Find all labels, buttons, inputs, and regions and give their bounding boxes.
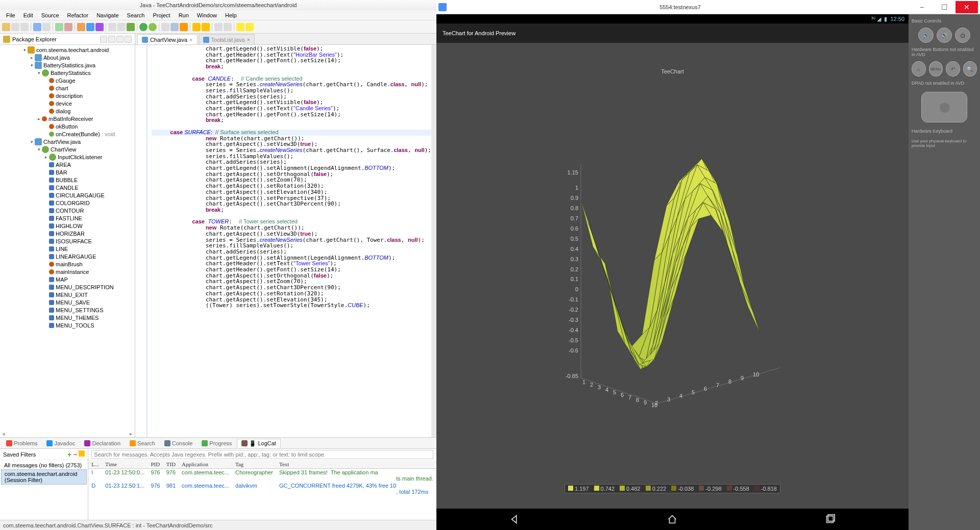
run-icon[interactable]: [139, 23, 148, 31]
vol-up-button[interactable]: 🔊: [937, 28, 952, 43]
tree-item[interactable]: mainBrush: [0, 260, 135, 268]
menu-edit[interactable]: Edit: [19, 11, 37, 19]
menu-help[interactable]: Help: [221, 11, 241, 19]
tool-icon[interactable]: [214, 23, 223, 31]
saveall-icon[interactable]: [20, 23, 29, 31]
tree-item[interactable]: HORIZBAR: [0, 230, 135, 237]
tree-item[interactable]: LINE: [0, 245, 135, 253]
tree-item[interactable]: onCreate(Bundle) : void: [0, 130, 135, 138]
tool-icon[interactable]: [77, 23, 85, 31]
tool-icon[interactable]: [117, 23, 126, 31]
tool-icon[interactable]: [161, 23, 169, 31]
tree-item[interactable]: MENU_DESCRIPTION: [0, 283, 135, 291]
tree-item[interactable]: ▾ChartView: [0, 145, 135, 153]
tree-item[interactable]: COLORGRID: [0, 199, 135, 207]
tree-item[interactable]: MENU_SAVE: [0, 298, 135, 306]
tool-icon[interactable]: [95, 23, 104, 31]
menu-navigate[interactable]: Navigate: [92, 11, 122, 19]
tool-icon[interactable]: [224, 23, 232, 31]
tool-icon[interactable]: [192, 23, 201, 31]
minimize-button[interactable]: −: [911, 1, 933, 13]
code-editor[interactable]: chart.getLegend().setVisible(false); cha…: [148, 45, 431, 437]
power-button[interactable]: ⏻: [955, 28, 970, 43]
tool-icon[interactable]: [202, 23, 210, 31]
back-icon[interactable]: [236, 23, 244, 31]
editor-tab[interactable]: ToolsList.java×: [199, 34, 255, 44]
package-explorer-tab[interactable]: Package Explorer: [0, 34, 135, 45]
link-icon[interactable]: [108, 36, 115, 43]
menu-refactor[interactable]: Refactor: [63, 11, 93, 19]
remove-filter-icon[interactable]: −: [73, 450, 77, 459]
tool-icon[interactable]: [127, 23, 135, 31]
tree-item[interactable]: ▸InputClickListener: [0, 153, 135, 161]
tree-item[interactable]: ▸About.java: [0, 54, 135, 61]
view-tab-console[interactable]: Console: [160, 439, 197, 447]
view-tab-logcat[interactable]: 📱 LogCat: [237, 439, 281, 448]
view-tab-declaration[interactable]: Declaration: [80, 439, 125, 447]
tree-item[interactable]: FASTLINE: [0, 214, 135, 222]
menu-icon[interactable]: [116, 36, 124, 43]
view-tab-progress[interactable]: Progress: [198, 439, 236, 447]
tree-item[interactable]: ISOSURFACE: [0, 237, 135, 245]
back-button[interactable]: [505, 512, 525, 527]
edit-filter-icon[interactable]: [79, 450, 85, 457]
tree-item[interactable]: ▾BatteryStatistics: [0, 69, 135, 77]
tree-item[interactable]: MAP: [0, 275, 135, 283]
tree-item[interactable]: chart: [0, 84, 135, 92]
tree-item[interactable]: AREA: [0, 161, 135, 168]
tree-item[interactable]: MENU_THEMES: [0, 314, 135, 321]
tool-icon[interactable]: [170, 23, 179, 31]
chart-canvas[interactable]: TeeChart 1.1510.90.80.70.60.50.40.30.20.…: [436, 43, 909, 509]
tree-item[interactable]: ▾ChartView.java: [0, 138, 135, 145]
tool-icon[interactable]: [180, 23, 188, 31]
home-hw-button[interactable]: ⌂: [912, 61, 926, 77]
search-hw-button[interactable]: 🔍: [963, 61, 977, 77]
tree-item[interactable]: CONTOUR: [0, 207, 135, 214]
overview-ruler[interactable]: [431, 45, 436, 437]
tree-item[interactable]: MENU_EXIT: [0, 291, 135, 298]
save-icon[interactable]: [11, 23, 19, 31]
vol-down-button[interactable]: 🔈: [918, 28, 934, 43]
debug-icon[interactable]: [149, 23, 157, 31]
tool-icon[interactable]: [86, 23, 94, 31]
filter-item[interactable]: com.steema.teechart.android (Session Fil…: [1, 469, 87, 485]
new-icon[interactable]: [2, 23, 10, 31]
tree-item[interactable]: device: [0, 99, 135, 107]
tree-item[interactable]: description: [0, 92, 135, 99]
menu-hw-button[interactable]: MENU: [929, 61, 943, 77]
editor-tab[interactable]: ChartView.java×: [137, 34, 198, 44]
menu-source[interactable]: Source: [37, 11, 63, 19]
view-tab-problems[interactable]: Problems: [2, 439, 41, 447]
add-filter-icon[interactable]: +: [67, 450, 71, 459]
tree-item[interactable]: cGauge: [0, 77, 135, 84]
tool-icon[interactable]: [33, 23, 41, 31]
tree-item[interactable]: CANDLE: [0, 184, 135, 191]
tree-item[interactable]: ▾BatteryStatistics.java: [0, 61, 135, 69]
back-hw-button[interactable]: ↶: [946, 61, 960, 77]
package-tree[interactable]: ▾com.steema.teechart.android▸About.java▾…: [0, 45, 135, 430]
tool-icon[interactable]: [55, 23, 63, 31]
log-row[interactable]: D01-23 12:50:1...976981com.steema.teec..…: [88, 482, 436, 495]
filter-list[interactable]: All messages (no filters) (2753)com.stee…: [0, 460, 88, 520]
logcat-search-input[interactable]: [91, 450, 433, 459]
view-tab-search[interactable]: Search: [126, 439, 159, 447]
tree-item[interactable]: LINEARGAUGE: [0, 253, 135, 260]
tree-item[interactable]: okButton: [0, 122, 135, 130]
menu-search[interactable]: Search: [123, 11, 149, 19]
tree-item[interactable]: HIGHLOW: [0, 222, 135, 230]
tree-item[interactable]: CIRCULARGAUGE: [0, 191, 135, 199]
recents-button[interactable]: [820, 512, 840, 527]
filter-item[interactable]: All messages (no filters) (2753): [1, 461, 87, 469]
dpad[interactable]: [921, 92, 967, 122]
tree-item[interactable]: MENU_SETTINGS: [0, 306, 135, 314]
tree-item[interactable]: BAR: [0, 168, 135, 176]
close-button[interactable]: ✕: [955, 1, 978, 13]
tool-icon[interactable]: [64, 23, 72, 31]
logcat-table[interactable]: L...TimePIDTIDApplicationTagTextI01-23 1…: [88, 460, 436, 520]
menu-file[interactable]: File: [2, 11, 19, 19]
view-tab-javadoc[interactable]: Javadoc: [42, 439, 79, 447]
home-button[interactable]: [662, 512, 682, 527]
tool-icon[interactable]: [42, 23, 51, 31]
menu-window[interactable]: Window: [193, 11, 221, 19]
tree-item[interactable]: mainInstance: [0, 268, 135, 275]
